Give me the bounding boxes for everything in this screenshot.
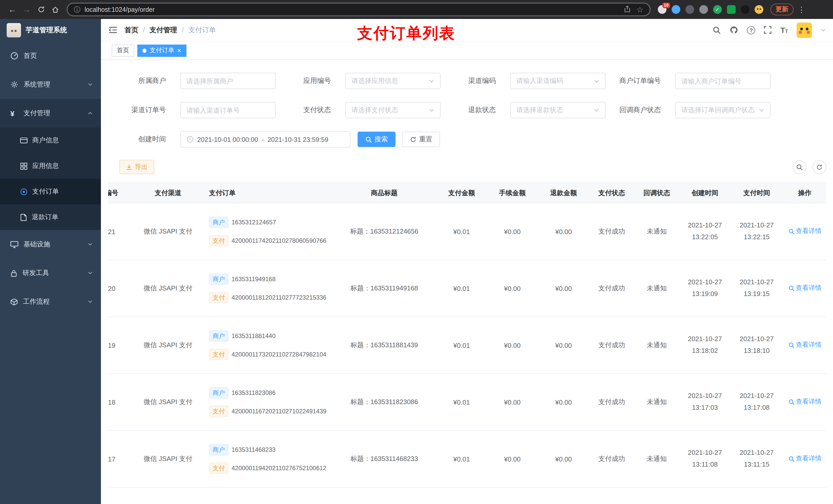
sidebar-fold-icon[interactable] (101, 19, 124, 41)
github-icon[interactable] (730, 26, 738, 34)
box-icon (10, 298, 18, 306)
extension-icon[interactable] (686, 5, 694, 14)
sidebar-item-infra[interactable]: 基础设施 (0, 230, 101, 259)
table-row: 17 微信 JSAPI 支付 商户1635311468233 支付4200001… (108, 431, 826, 487)
tab-label: 支付订单 (149, 46, 174, 55)
extension-icon[interactable] (755, 5, 763, 14)
cell-amount: ¥0.01 (436, 374, 487, 431)
channel-code-select[interactable]: 请输入渠道编码 (510, 73, 605, 89)
extension-icon[interactable] (699, 5, 708, 14)
fullscreen-icon[interactable] (764, 26, 772, 34)
field-label: 渠道编码 (448, 76, 510, 86)
hide-search-button[interactable] (792, 160, 806, 174)
bookmark-star-icon[interactable] (637, 5, 643, 14)
browser-update-button[interactable]: 更新 (770, 4, 793, 15)
cell-status: 支付成功 (589, 260, 634, 317)
view-detail-link[interactable]: 查看详情 (788, 284, 822, 293)
sidebar-item-system[interactable]: 系统管理 (0, 70, 101, 99)
cell-title: 标题：1635311949168 (332, 260, 436, 317)
tab-home[interactable]: 首页 (112, 44, 134, 56)
document-icon (20, 213, 27, 221)
cell-refund: ¥0.00 (538, 203, 589, 260)
select-placeholder: 请选择订单回调商户状态 (681, 105, 755, 115)
user-avatar[interactable] (796, 22, 812, 38)
merchant-order-no: 1635312124657 (232, 219, 276, 226)
extension-icon[interactable] (741, 5, 749, 14)
export-button[interactable]: 导出 (119, 160, 154, 174)
browser-home-icon[interactable] (48, 2, 63, 17)
sidebar-item-pay-order[interactable]: 支付订单 (0, 179, 101, 205)
cell-pay-time: 2021-10-2713:22:15 (731, 203, 783, 260)
merchant-order-no: 1635311823086 (232, 389, 276, 397)
sidebar-item-workflow[interactable]: 工作流程 (0, 287, 101, 316)
app-select[interactable]: 请选择应用信息 (345, 73, 441, 89)
view-detail-link[interactable]: 查看详情 (788, 455, 822, 463)
date-start: 2021-10-01 00:00:00 (197, 136, 258, 143)
breadcrumb-current: 支付订单 (188, 25, 216, 34)
col-order: 支付订单 (204, 183, 332, 203)
close-icon[interactable] (177, 47, 181, 54)
date-range-picker[interactable]: 2021-10-01 00:00:00 - 2021-10-31 23:59:5… (180, 131, 351, 147)
url-bar[interactable]: localhost:1024/pay/order (67, 3, 651, 16)
extension-icon[interactable] (713, 5, 722, 14)
cell-order: 商户1635311468233 支付4200001194202110276752… (204, 431, 332, 487)
sidebar-item-label: 应用信息 (32, 161, 59, 171)
view-detail-link[interactable]: 查看详情 (788, 227, 822, 236)
font-size-icon[interactable] (781, 25, 788, 34)
page-content: 所属商户 应用编号 请选择应用信息 渠道编码 请输入渠道编码 (101, 60, 833, 504)
sidebar-item-label: 基础设施 (24, 240, 50, 249)
sidebar-item-payment[interactable]: 支付管理 (0, 99, 101, 127)
breadcrumb: 首页 支付管理 支付订单 (124, 25, 216, 34)
cell-id: 21 (108, 203, 132, 260)
cell-id: 20 (108, 260, 132, 317)
breadcrumb-home[interactable]: 首页 (124, 25, 138, 34)
browser-back-icon[interactable] (5, 2, 20, 17)
sidebar-item-refund-order[interactable]: 退款订单 (0, 205, 101, 230)
merchant-order-no-input[interactable] (675, 73, 770, 89)
cell-fee: ¥0.00 (487, 374, 538, 431)
browser-menu-icon[interactable] (798, 5, 805, 14)
cell-notify: 未通知 (634, 260, 679, 317)
refresh-button[interactable] (812, 160, 826, 174)
reset-button[interactable]: 重置 (402, 131, 440, 147)
table-header-row: 编号 支付渠道 支付订单 商品标题 支付金额 手续金额 退款金额 支付状态 回调… (108, 183, 826, 203)
pay-tag: 支付 (209, 406, 229, 417)
cell-channel (132, 487, 204, 504)
extension-icon[interactable] (672, 5, 680, 14)
pay-status-select[interactable]: 请选择支付状态 (345, 102, 441, 118)
tags-view: 首页 支付订单 (101, 42, 833, 60)
cell-amount: ¥0.01 (436, 431, 487, 487)
field-label: 创建时间 (118, 135, 180, 144)
sidebar-item-devtools[interactable]: 研发工具 (0, 259, 101, 287)
browser-toolbar: localhost:1024/pay/order 10 更新 (0, 0, 833, 19)
chevron-down-icon (88, 299, 93, 304)
view-detail-link[interactable]: 查看详情 (788, 341, 822, 350)
sidebar-item-home[interactable]: 首页 (0, 42, 101, 70)
browser-forward-icon[interactable] (20, 2, 34, 17)
help-icon[interactable] (747, 26, 755, 34)
merchant-input[interactable] (180, 73, 276, 89)
browser-reload-icon[interactable] (34, 2, 48, 17)
sidebar-item-label: 首页 (24, 51, 37, 61)
cell-fee (487, 487, 538, 504)
tab-pay-order[interactable]: 支付订单 (137, 44, 186, 56)
cell-create-time: 2021-10-2713:11:08 (679, 431, 731, 487)
view-detail-link[interactable]: 查看详情 (788, 398, 822, 406)
header-actions (713, 22, 833, 38)
notify-status-select[interactable]: 请选择订单回调商户状态 (675, 102, 770, 118)
site-info-icon[interactable] (74, 5, 80, 14)
search-icon[interactable] (713, 26, 721, 34)
refund-status-select[interactable]: 请选择退款状态 (510, 102, 605, 118)
merchant-order-no: 1635311949168 (232, 275, 276, 283)
chevron-down-icon (759, 107, 764, 113)
sidebar-item-app-info[interactable]: 应用信息 (0, 153, 101, 179)
search-button[interactable]: 搜索 (358, 131, 396, 147)
extension-icon[interactable] (727, 5, 736, 14)
sidebar-item-merchant-info[interactable]: 商户信息 (0, 127, 101, 153)
share-icon[interactable] (624, 5, 630, 14)
filter-notify-status: 回调商户状态 请选择订单回调商户状态 (613, 102, 778, 118)
channel-order-no-input[interactable] (180, 102, 276, 118)
extension-icon[interactable]: 10 (658, 5, 667, 14)
breadcrumb-section[interactable]: 支付管理 (149, 25, 177, 34)
avatar-caret-icon[interactable] (821, 27, 826, 32)
